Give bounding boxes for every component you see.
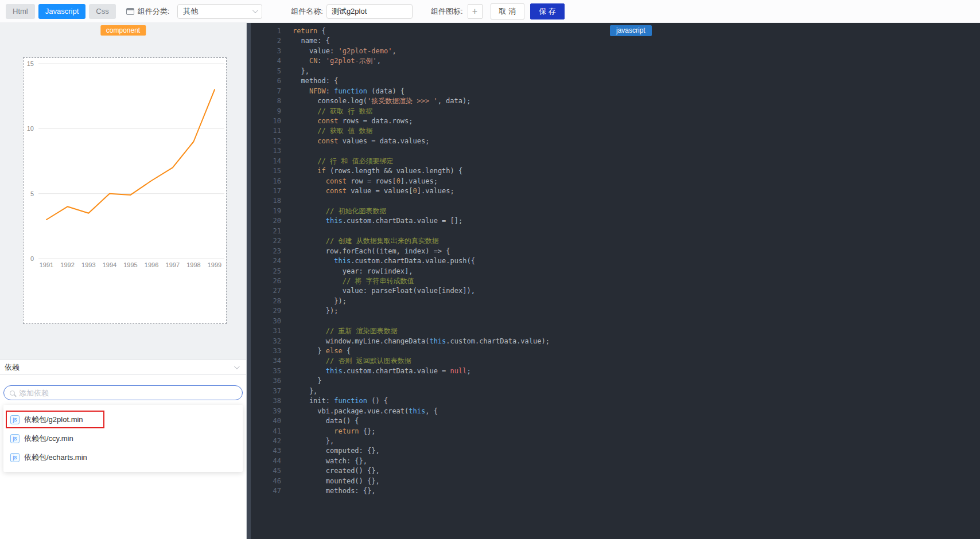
line-number: 34: [251, 356, 281, 366]
line-number: 38: [251, 396, 281, 406]
category-select[interactable]: 其他: [177, 4, 262, 19]
code-line[interactable]: 3 value: 'g2plot-demo',: [251, 46, 980, 56]
code-line[interactable]: 14 // 行 和 值必须要绑定: [251, 157, 980, 166]
tab-html[interactable]: Html: [6, 4, 35, 19]
deps-header[interactable]: 依赖: [0, 360, 246, 375]
line-number: 11: [251, 126, 281, 136]
line-number: 27: [251, 286, 281, 296]
svg-text:1997: 1997: [166, 261, 180, 268]
dep-item[interactable]: js依赖包/ccy.min: [6, 429, 240, 447]
dep-item[interactable]: js依赖包/echarts.min: [6, 448, 240, 466]
code-line[interactable]: 26 // 将 字符串转成数值: [251, 276, 980, 286]
code-line[interactable]: 43 computed: {},: [251, 446, 980, 456]
tab-css[interactable]: Css: [89, 4, 115, 19]
line-number: 21: [251, 226, 281, 236]
code-line[interactable]: 11 // 获取 值 数据: [251, 126, 980, 136]
line-number: 35: [251, 366, 281, 376]
code-line[interactable]: 16 const row = rows[0].values;: [251, 177, 980, 186]
code-line[interactable]: 36 }: [251, 376, 980, 386]
code-line[interactable]: 35 this.custom.chartData.value = null;: [251, 366, 980, 376]
category-icon: [126, 8, 134, 15]
code-line[interactable]: 47 methods: {},: [251, 486, 980, 496]
code-line[interactable]: 18: [251, 196, 980, 206]
line-number: 42: [251, 436, 281, 446]
line-number: 10: [251, 116, 281, 126]
line-number: 12: [251, 136, 281, 146]
code-line[interactable]: 39 vbi.package.vue.creat(this, {: [251, 407, 980, 416]
dep-item[interactable]: js依赖包/g2plot.min: [6, 411, 104, 428]
code-line[interactable]: 24 this.custom.chartData.value.push({: [251, 256, 980, 266]
code-line[interactable]: 34 // 否则 返回默认图表数据: [251, 356, 980, 366]
code-line[interactable]: 32 window.myLine.changeData(this.custom.…: [251, 337, 980, 346]
code-line[interactable]: 22 // 创建 从数据集取出来的真实数据: [251, 236, 980, 246]
svg-text:5: 5: [30, 190, 34, 197]
deps-list: js依赖包/g2plot.minjs依赖包/ccy.minjs依赖包/echar…: [3, 405, 243, 472]
code-line[interactable]: 13: [251, 146, 980, 156]
line-number: 5: [251, 67, 281, 76]
editor-scrollbar[interactable]: [247, 23, 251, 539]
line-number: 9: [251, 107, 281, 116]
code-line[interactable]: 27 value: parseFloat(value[index]),: [251, 286, 980, 296]
code-line[interactable]: 46 mounted() {},: [251, 476, 980, 486]
line-number: 39: [251, 407, 281, 416]
code-line[interactable]: 9 // 获取 行 数据: [251, 107, 980, 116]
code-line[interactable]: 7 NFDW: function (data) {: [251, 87, 980, 96]
svg-text:15: 15: [27, 60, 34, 67]
svg-text:1993: 1993: [81, 261, 95, 268]
code-line[interactable]: 41 return {};: [251, 427, 980, 436]
code-line[interactable]: 5 },: [251, 67, 980, 76]
line-number: 13: [251, 146, 281, 156]
chevron-down-icon: [234, 364, 240, 369]
line-number: 8: [251, 96, 281, 106]
component-canvas[interactable]: 0510151991199219931994199519961997199819…: [23, 57, 227, 324]
code-line[interactable]: 38 init: function () {: [251, 396, 980, 406]
code-line[interactable]: 21: [251, 226, 980, 236]
tab-javascript[interactable]: Javascript: [38, 4, 86, 19]
line-number: 43: [251, 446, 281, 456]
code-line[interactable]: 31 // 重新 渲染图表数据: [251, 326, 980, 336]
svg-text:1999: 1999: [208, 261, 221, 268]
code-line[interactable]: 2 name: {: [251, 36, 980, 46]
code-lines[interactable]: 1return {2 name: {3 value: 'g2plot-demo'…: [251, 26, 980, 539]
code-line[interactable]: 23 row.forEach((item, index) => {: [251, 247, 980, 256]
line-number: 45: [251, 466, 281, 476]
line-number: 22: [251, 236, 281, 246]
code-line[interactable]: 6 method: {: [251, 76, 980, 86]
line-number: 6: [251, 76, 281, 86]
code-line[interactable]: 30: [251, 317, 980, 326]
line-number: 41: [251, 427, 281, 436]
svg-text:1995: 1995: [123, 261, 137, 268]
code-line[interactable]: 25 year: row[index],: [251, 267, 980, 276]
code-line[interactable]: 45 created() {},: [251, 466, 980, 476]
code-line[interactable]: 28 });: [251, 296, 980, 306]
line-number: 23: [251, 247, 281, 256]
component-name-input[interactable]: [326, 4, 413, 19]
code-line[interactable]: 10 const rows = data.rows;: [251, 116, 980, 126]
code-line[interactable]: 8 console.log('接受数据渲染 >>> ', data);: [251, 96, 980, 106]
deps-search-input[interactable]: [19, 389, 236, 397]
deps-search[interactable]: [3, 385, 243, 400]
js-icon: js: [10, 453, 20, 462]
code-line[interactable]: 37 },: [251, 386, 980, 396]
code-line[interactable]: 19 // 初始化图表数据: [251, 206, 980, 216]
code-line[interactable]: 42 },: [251, 436, 980, 446]
line-number: 16: [251, 177, 281, 186]
line-number: 18: [251, 196, 281, 206]
code-line[interactable]: 33 } else {: [251, 346, 980, 356]
code-line[interactable]: 44 watch: {},: [251, 456, 980, 466]
code-line[interactable]: 17 const value = values[0].values;: [251, 186, 980, 196]
line-number: 32: [251, 337, 281, 346]
code-line[interactable]: 15 if (rows.length && values.length) {: [251, 166, 980, 176]
code-line[interactable]: 40 data() {: [251, 416, 980, 426]
code-line[interactable]: 4 CN: 'g2plot-示例',: [251, 56, 980, 66]
save-button[interactable]: 保 存: [530, 3, 565, 19]
cancel-button[interactable]: 取 消: [491, 3, 525, 19]
component-badge: component: [100, 25, 146, 36]
code-line[interactable]: 12 const values = data.values;: [251, 136, 980, 146]
add-icon-button[interactable]: +: [468, 4, 483, 19]
code-line[interactable]: 29 });: [251, 306, 980, 316]
code-line[interactable]: 20 this.custom.chartData.value = [];: [251, 216, 980, 226]
code-editor[interactable]: 1return {2 name: {3 value: 'g2plot-demo'…: [247, 23, 980, 539]
deps-body: js依赖包/g2plot.minjs依赖包/ccy.minjs依赖包/echar…: [0, 375, 246, 539]
svg-text:1996: 1996: [145, 261, 158, 268]
